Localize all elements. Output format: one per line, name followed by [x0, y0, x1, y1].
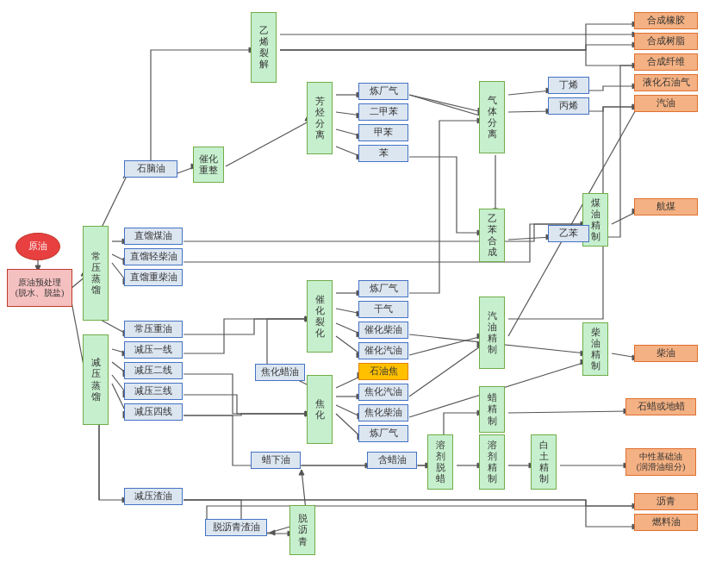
svg-line-6: [99, 174, 128, 233]
node-changzhong: 常压重油: [124, 321, 183, 338]
svg-line-48: [409, 95, 482, 116]
node-fengliejie: 乙 烯 裂 解: [251, 12, 277, 83]
node-hanlayou: 含蜡油: [367, 452, 417, 469]
node-zhongxingji: 中性基础油 (润滑油组分): [625, 448, 696, 476]
node-bingxi: 丙烯: [548, 97, 589, 115]
node-chaiyou: 柴油: [634, 345, 698, 362]
node-jianya: 减 压 蒸 馏: [83, 334, 109, 425]
node-changya: 常 压 蒸 馏: [83, 226, 109, 321]
node-rongjiijing: 溶 剂 精 制: [479, 434, 505, 490]
node-ganqi: 干气: [358, 301, 408, 318]
node-jiaolala: 焦化蜡油: [255, 364, 305, 381]
svg-line-44: [508, 111, 551, 112]
node-qitifenli: 气 体 分 离: [479, 81, 505, 153]
node-hechengxiangjioa: 合成橡胶: [634, 12, 698, 29]
node-qiyou: 汽油: [634, 95, 698, 112]
svg-line-113: [409, 95, 482, 112]
node-lajing: 蜡 精 制: [479, 386, 505, 433]
node-lianlq: 炼厂气: [358, 83, 408, 100]
svg-line-94: [409, 336, 482, 355]
node-jiabenj: 甲苯: [358, 124, 408, 141]
node-yuanyou: 原油: [16, 233, 60, 260]
node-jianya3: 减压三线: [124, 383, 183, 400]
node-cuihuaqyou: 催化汽油: [358, 342, 408, 359]
svg-marker-76: [270, 530, 275, 535]
node-tuoqingzha: 脱沥青渣油: [205, 519, 267, 536]
node-jianya1: 减压一线: [124, 341, 183, 359]
node-shiyoujiao: 石油焦: [358, 363, 408, 380]
node-jiao: 焦 化: [307, 375, 333, 444]
svg-line-93: [508, 107, 638, 336]
node-cuihuacyou: 催化柴油: [358, 322, 408, 339]
node-zhiliu3: 直馏重柴油: [124, 269, 183, 286]
node-jianya4: 减压四线: [124, 403, 183, 421]
node-yihuashiyouqi: 液化石油气: [634, 74, 698, 91]
node-baituijing: 白 土 精 制: [531, 434, 557, 490]
svg-line-90: [508, 411, 629, 413]
node-zhiliu1: 直馏煤油: [124, 228, 183, 245]
svg-line-108: [508, 237, 551, 240]
node-rongjituola: 溶 剂 脱 蜡: [427, 434, 453, 490]
node-jiaolacyou: 焦化柴油: [358, 404, 408, 422]
node-cuihuachongzheng: 催化 重整: [193, 147, 224, 183]
node-zhiliu2: 直馏轻柴油: [124, 248, 183, 265]
node-dingxi: 丁烯: [548, 77, 589, 94]
node-jianya2: 减压二线: [124, 362, 183, 379]
node-hechengsuzhi: 合成树脂: [634, 33, 698, 50]
node-ranliaoyou: 燃料油: [634, 514, 698, 531]
diagram: 原油 原油预处理 (脱水、脱盐) 常 压 蒸 馏 减 压 蒸 馏 石脑油 直馏煤…: [0, 0, 728, 562]
node-liqing: 沥青: [634, 493, 698, 510]
svg-line-77: [302, 470, 306, 510]
node-hechengnwei: 合成纤维: [634, 53, 698, 71]
node-jianyazhayou: 减压渣油: [124, 488, 183, 505]
node-hangmei: 航煤: [634, 198, 698, 215]
node-yibenghecheng: 乙 苯 合 成: [479, 209, 505, 262]
svg-line-96: [409, 345, 482, 397]
svg-line-42: [508, 91, 551, 95]
node-benj: 苯: [358, 145, 408, 162]
node-yibeng: 乙苯: [548, 225, 589, 242]
node-chaiyoujing: 柴 油 精 制: [582, 322, 608, 376]
svg-line-29: [226, 121, 310, 166]
node-shilahudila: 石蜡或地蜡: [625, 398, 696, 415]
node-titiyu: 蜡下油: [251, 452, 301, 469]
node-tuoqing: 脱 沥 青: [289, 505, 315, 555]
node-yuchuli: 原油预处理 (脱水、脱盐): [7, 269, 72, 307]
node-naphtha: 石脑油: [124, 160, 177, 178]
node-jiaolalq: 炼厂气: [358, 425, 408, 442]
node-fangjingfenli: 芳 烃 分 离: [307, 82, 333, 154]
node-erjiabenj: 二甲苯: [358, 103, 408, 121]
node-cuihualq: 炼厂气: [358, 280, 408, 297]
node-qiyoujing: 汽 油 精 制: [479, 297, 505, 369]
node-jiaolaqyou: 焦化汽油: [358, 384, 408, 401]
node-cuihualiehuo: 催 化 裂 化: [307, 280, 333, 353]
svg-marker-78: [299, 470, 304, 475]
